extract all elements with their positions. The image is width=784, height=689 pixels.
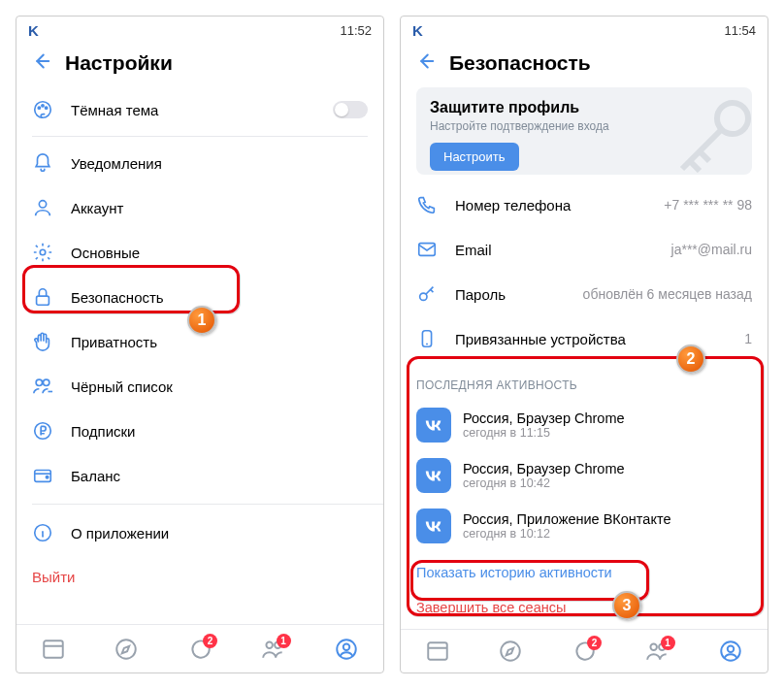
svg-point-25 xyxy=(650,643,657,650)
lock-icon xyxy=(32,286,53,308)
svg-point-8 xyxy=(43,379,49,385)
header: Настройки xyxy=(16,41,383,87)
hand-icon xyxy=(32,331,53,352)
nav-profile-icon[interactable] xyxy=(718,639,743,664)
field-label: Пароль xyxy=(455,286,566,303)
row-notifications[interactable]: Уведомления xyxy=(16,141,383,185)
field-value: ja***@mail.ru xyxy=(671,242,752,257)
dark-theme-label: Тёмная тема xyxy=(71,102,315,118)
protect-profile-card: Защитите профиль Настройте подтверждение… xyxy=(416,87,752,175)
row-label: Аккаунт xyxy=(71,200,368,216)
clock: 11:54 xyxy=(724,23,756,38)
back-icon[interactable] xyxy=(30,50,51,76)
header: Безопасность xyxy=(401,41,768,87)
field-label: Номер телефона xyxy=(455,197,646,213)
clock: 11:52 xyxy=(340,23,372,38)
friends-badge: 1 xyxy=(277,634,291,648)
session-text: Россия, Браузер Chrome сегодня в 10:42 xyxy=(463,461,625,490)
friends-badge: 1 xyxy=(661,636,675,650)
nav-profile-icon[interactable] xyxy=(334,637,359,662)
info-icon xyxy=(32,522,53,543)
row-privacy[interactable]: Приватность xyxy=(16,319,383,364)
svg-point-24 xyxy=(502,641,521,661)
row-about[interactable]: О приложении xyxy=(16,510,383,555)
nav-compass-icon[interactable] xyxy=(114,637,139,662)
svg-point-5 xyxy=(40,249,46,255)
settings-screen: K 11:52 Настройки Тёмная тема Уведомлени… xyxy=(16,16,384,673)
row-blacklist[interactable]: Чёрный список xyxy=(16,364,383,409)
session-text: Россия, Браузер Chrome сегодня в 11:15 xyxy=(463,410,625,440)
row-dark-theme[interactable]: Тёмная тема xyxy=(16,87,383,132)
nav-chat-icon[interactable]: 2 xyxy=(572,639,597,664)
row-label: Баланс xyxy=(71,468,368,484)
ruble-icon xyxy=(32,420,53,442)
field-label: Привязанные устройства xyxy=(455,331,727,347)
row-label: О приложении xyxy=(71,525,368,541)
row-security[interactable]: Безопасность xyxy=(16,275,383,319)
field-value: +7 *** *** ** 98 xyxy=(664,197,752,213)
row-general[interactable]: Основные xyxy=(16,230,383,275)
row-subscriptions[interactable]: Подписки xyxy=(16,409,383,453)
svg-point-15 xyxy=(266,641,273,648)
svg-rect-6 xyxy=(37,296,49,305)
row-balance[interactable]: Баланс xyxy=(16,453,383,498)
status-bar: K 11:52 xyxy=(16,16,383,41)
back-icon[interactable] xyxy=(414,50,436,76)
svg-rect-13 xyxy=(44,640,63,657)
session-sub: сегодня в 11:15 xyxy=(463,426,625,440)
wallet-icon xyxy=(32,465,53,486)
row-password[interactable]: Пароль обновлён 6 месяцев назад xyxy=(401,272,768,316)
svg-point-21 xyxy=(420,293,427,300)
svg-point-3 xyxy=(46,107,48,109)
end-all-sessions-link[interactable]: Завершить все сеансы xyxy=(401,590,768,629)
nav-friends-icon[interactable]: 1 xyxy=(645,639,670,664)
session-sub: сегодня в 10:12 xyxy=(463,527,670,541)
session-row[interactable]: Россия, Браузер Chrome сегодня в 10:42 xyxy=(401,450,768,501)
security-screen: K 11:54 Безопасность Защитите профиль На… xyxy=(400,16,768,673)
row-phone[interactable]: Номер телефона +7 *** *** ** 98 xyxy=(401,182,768,227)
svg-rect-23 xyxy=(428,642,447,659)
page-title: Безопасность xyxy=(449,51,591,75)
nav-friends-icon[interactable]: 1 xyxy=(261,637,286,662)
svg-point-4 xyxy=(39,201,46,208)
svg-point-11 xyxy=(46,476,48,478)
field-value: обновлён 6 месяцев назад xyxy=(583,286,752,302)
promo-configure-button[interactable]: Настроить xyxy=(430,143,519,171)
nav-chat-icon[interactable]: 2 xyxy=(187,637,212,662)
nav-news-icon[interactable] xyxy=(425,639,450,664)
row-label: Основные xyxy=(71,245,368,261)
divider xyxy=(32,504,383,505)
vk-app-icon xyxy=(416,408,451,443)
bottom-nav: 2 1 xyxy=(16,624,383,673)
carrier-label: K xyxy=(412,22,423,39)
chat-badge: 2 xyxy=(203,634,217,648)
row-email[interactable]: Email ja***@mail.ru xyxy=(401,227,768,272)
mail-icon xyxy=(416,239,438,260)
user-icon xyxy=(32,197,53,218)
logout-button[interactable]: Выйти xyxy=(16,555,383,599)
session-title: Россия, Приложение ВКонтакте xyxy=(463,511,670,527)
chat-badge: 2 xyxy=(587,636,602,650)
session-row[interactable]: Россия, Приложение ВКонтакте сегодня в 1… xyxy=(401,501,768,551)
phone-icon xyxy=(416,194,438,215)
device-icon xyxy=(416,328,438,349)
session-row[interactable]: Россия, Браузер Chrome сегодня в 11:15 xyxy=(401,400,768,450)
gear-icon xyxy=(32,242,53,263)
row-devices[interactable]: Привязанные устройства 1 xyxy=(401,316,768,361)
dark-theme-toggle[interactable] xyxy=(333,101,368,118)
key-icon xyxy=(663,95,752,173)
field-label: Email xyxy=(455,242,654,258)
session-title: Россия, Браузер Chrome xyxy=(463,410,625,426)
divider xyxy=(32,136,368,137)
session-text: Россия, Приложение ВКонтакте сегодня в 1… xyxy=(463,511,670,541)
row-label: Подписки xyxy=(71,423,368,440)
bottom-nav: 2 1 xyxy=(401,629,768,673)
nav-compass-icon[interactable] xyxy=(498,639,523,664)
vk-app-icon xyxy=(416,458,451,493)
row-account[interactable]: Аккаунт xyxy=(16,185,383,230)
show-history-link[interactable]: Показать историю активности xyxy=(401,551,768,590)
row-label: Приватность xyxy=(71,334,368,350)
nav-news-icon[interactable] xyxy=(41,637,66,662)
carrier-label: K xyxy=(28,22,39,39)
settings-list: Тёмная тема Уведомления Аккаунт Основные xyxy=(16,87,383,555)
